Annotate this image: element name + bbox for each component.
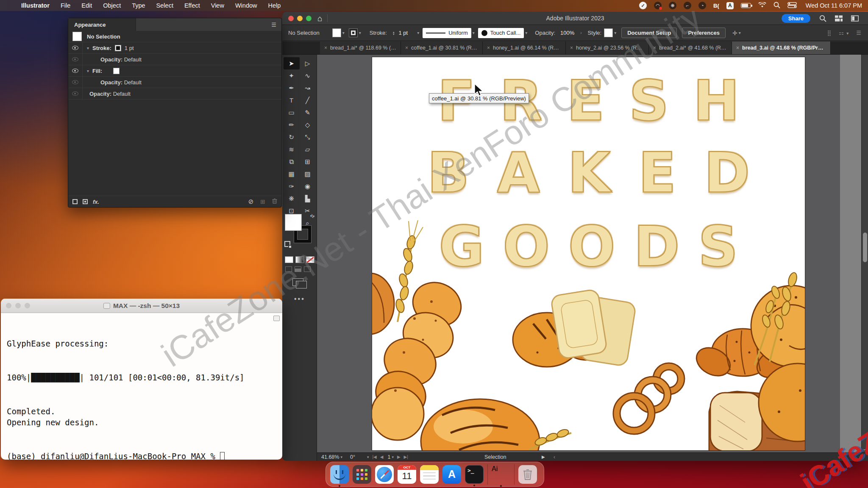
fill-row-swatch[interactable]	[113, 68, 120, 74]
tab-close-icon[interactable]: ×	[570, 45, 573, 51]
menubar-aperture-icon[interactable]: ❋	[669, 2, 676, 9]
magic-wand-tool[interactable]: ✦	[284, 69, 300, 82]
tab-close-icon[interactable]: ×	[653, 45, 656, 51]
style-chevron-icon[interactable]: ▾	[614, 30, 616, 35]
draw-inside-icon[interactable]	[304, 266, 311, 272]
menu-item-help[interactable]: Help	[268, 2, 281, 9]
eyedropper-tool[interactable]: ✑	[284, 180, 300, 192]
menu-item-select[interactable]: Select	[156, 2, 173, 9]
next-artboard-icon[interactable]: ▶	[397, 455, 401, 459]
gradient-button[interactable]	[295, 256, 304, 263]
calendar-dock-icon[interactable]: OCT11	[398, 465, 416, 484]
menu-list-icon[interactable]: ☰	[856, 30, 861, 36]
document-tab-1[interactable]: ×bread_1.ai* @ 118.69 % (RGB/...	[320, 42, 401, 54]
none-button[interactable]	[306, 256, 314, 263]
add-effect-icon[interactable]: fx.	[93, 199, 99, 205]
vertical-scrollbar[interactable]: ⌄	[861, 55, 868, 452]
curvature-tool[interactable]: ↝	[300, 82, 316, 94]
document-tab-4[interactable]: ×honey_2.ai @ 23.56 % (RGB/P...	[566, 42, 649, 54]
perspective-grid-tool[interactable]: ⊞	[300, 155, 316, 168]
stroke-expand-icon[interactable]: ▾	[87, 46, 89, 50]
home-icon[interactable]: ⌂	[317, 14, 322, 22]
close-button[interactable]	[288, 16, 294, 21]
menubar-input-source-icon[interactable]: A	[726, 2, 734, 9]
tab-close-icon[interactable]: ×	[324, 45, 327, 51]
paintbrush-tool[interactable]: ✎	[300, 106, 316, 119]
opacity-more-icon[interactable]: ›	[580, 30, 581, 35]
artboard-number[interactable]: 1	[387, 454, 390, 460]
blend-tool[interactable]: ◉	[300, 180, 316, 192]
shape-builder-tool[interactable]: ⧉	[284, 155, 300, 168]
fill-chevron-icon[interactable]: ▾	[342, 30, 345, 35]
menu-item-effect[interactable]: Effect	[184, 2, 200, 9]
panel-menu-icon[interactable]: ☰	[271, 22, 281, 28]
fill-color-box[interactable]	[285, 214, 302, 231]
zoom-level[interactable]: 41.68%	[321, 454, 339, 460]
shaper-tool[interactable]: ✏	[284, 119, 300, 131]
terminal-window[interactable]: MAX — -zsh — 50×13 GlyphEase processing:…	[1, 299, 282, 460]
workspace-switcher-icon[interactable]	[835, 14, 843, 22]
search-icon[interactable]	[819, 14, 826, 22]
item-opacity-visibility-icon[interactable]	[68, 88, 83, 99]
stroke-weight-stepper[interactable]: ▴▾	[393, 31, 395, 35]
width-tool[interactable]: ≋	[284, 143, 300, 155]
menubar-clock[interactable]: Wed Oct 11 6:07 PM	[806, 2, 862, 9]
menubar-cc-notification-icon[interactable]: ◠	[654, 2, 662, 9]
fill-swatch[interactable]	[332, 28, 341, 37]
terminal-dock-icon[interactable]: >_	[465, 465, 484, 484]
stroke-opacity-visibility-icon[interactable]	[68, 54, 83, 65]
document-tab-3[interactable]: ×honey_1.ai @ 66.14 % (RGB/P...	[483, 42, 566, 54]
panel-layout-icon[interactable]	[851, 14, 859, 22]
add-new-stroke-icon[interactable]	[72, 199, 78, 204]
launchpad-dock-icon[interactable]	[353, 465, 371, 484]
tab-close-icon[interactable]: ×	[487, 45, 490, 51]
document-tab-5[interactable]: ×bread_2.ai* @ 41.68 % (RGB/P...	[649, 42, 732, 54]
menu-item-view[interactable]: View	[211, 2, 224, 9]
illustrator-dock-icon[interactable]: Ai	[492, 465, 510, 484]
terminal-zoom-button[interactable]	[25, 303, 30, 308]
stroke-weight-value[interactable]: 1 pt	[398, 30, 408, 36]
tab-close-icon[interactable]: ×	[736, 45, 739, 51]
draw-behind-icon[interactable]	[295, 266, 301, 272]
opacity-value[interactable]: 100%	[560, 30, 574, 36]
opacity-value-3[interactable]: Default	[113, 91, 131, 97]
menubar-check-icon[interactable]: ✓	[639, 2, 647, 9]
mesh-tool[interactable]: ▦	[284, 168, 300, 180]
stroke-weight-chevron-icon[interactable]: ▾	[417, 30, 419, 35]
last-artboard-icon[interactable]: ▶|	[404, 455, 408, 459]
artboard-chevron-icon[interactable]: ▾	[392, 455, 394, 459]
stroke-row[interactable]: ▾ Stroke: 1 pt	[68, 42, 281, 54]
clear-appearance-icon[interactable]: ⊘	[248, 198, 254, 205]
screen-mode-icon[interactable]	[292, 278, 303, 286]
prev-artboard-icon[interactable]: ◀	[380, 455, 384, 459]
artboard[interactable]: FRESHBAKEDGOODS	[372, 57, 805, 451]
dots-grid-icon[interactable]: ⣿	[827, 30, 832, 36]
crop-chevron-icon[interactable]: ▾	[739, 30, 741, 35]
menubar-globe-icon[interactable]: ◔	[698, 2, 706, 9]
default-fill-stroke-icon[interactable]	[284, 241, 290, 247]
share-button[interactable]: Share	[782, 14, 810, 23]
menu-item-illustrator[interactable]: Illustrator	[21, 2, 50, 9]
draw-normal-icon[interactable]	[285, 266, 292, 272]
notes-dock-icon[interactable]	[420, 465, 439, 484]
appearance-tab[interactable]: Appearance	[68, 18, 136, 31]
crop-marks-icon[interactable]: ✛	[732, 30, 737, 36]
line-segment-tool[interactable]: ╱	[300, 94, 316, 106]
gradient-tool[interactable]: ▨	[300, 168, 316, 180]
delete-item-icon[interactable]	[272, 198, 277, 205]
eraser-tool[interactable]: ◇	[300, 119, 316, 131]
stroke-chevron-icon[interactable]: ▾	[359, 30, 361, 35]
lasso-tool[interactable]: ∿	[300, 69, 316, 82]
appstore-dock-icon[interactable]: A	[442, 465, 461, 484]
stroke-row-value[interactable]: 1 pt	[125, 45, 134, 51]
menubar-display-icon[interactable]: B(	[713, 3, 719, 9]
control-center-icon[interactable]	[787, 2, 797, 9]
brush-chevron-icon[interactable]: ▾	[525, 30, 527, 35]
terminal-content[interactable]: GlyphEase processing: 100%|██████████| 1…	[1, 313, 282, 460]
swap-fill-stroke-icon[interactable]: ⇄	[309, 212, 316, 219]
wifi-icon[interactable]	[758, 2, 766, 9]
scrollbar-thumb[interactable]	[863, 233, 867, 262]
variable-width-profile-select[interactable]: Uniform	[423, 28, 471, 38]
rotate-tool[interactable]: ↻	[284, 131, 300, 143]
free-transform-tool[interactable]: ▱	[300, 143, 316, 155]
